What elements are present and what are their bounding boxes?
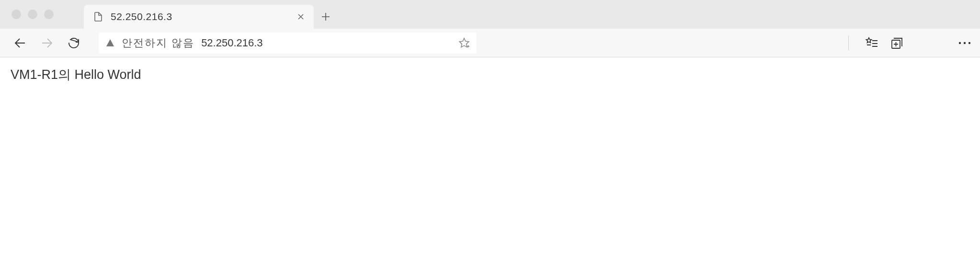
toolbar-divider (848, 36, 849, 50)
toolbar-right (848, 36, 971, 50)
forward-button[interactable] (35, 32, 58, 55)
minimize-window-button[interactable] (28, 10, 37, 19)
settings-menu-button[interactable] (958, 41, 971, 45)
svg-point-2 (964, 42, 966, 44)
collections-button[interactable] (890, 36, 903, 50)
refresh-button[interactable] (62, 32, 85, 55)
favorite-button[interactable] (458, 37, 470, 49)
titlebar: 52.250.216.3 (0, 0, 980, 29)
page-content: VM1-R1의 Hello World (0, 57, 980, 92)
maximize-window-button[interactable] (44, 10, 54, 19)
browser-tab[interactable]: 52.250.216.3 (84, 5, 314, 29)
favorites-list-button[interactable] (865, 36, 878, 50)
svg-point-3 (969, 42, 970, 44)
url-text: 52.250.216.3 (201, 37, 451, 49)
back-button[interactable] (9, 32, 32, 55)
toolbar: 안전하지 않음 52.250.216.3 (0, 29, 980, 57)
svg-point-1 (959, 42, 961, 44)
tab-title: 52.250.216.3 (111, 11, 296, 22)
not-secure-icon (105, 38, 115, 48)
close-tab-button[interactable] (296, 12, 305, 21)
address-bar[interactable]: 안전하지 않음 52.250.216.3 (99, 33, 477, 54)
page-body-text: VM1-R1의 Hello World (11, 67, 141, 82)
new-tab-button[interactable] (314, 5, 338, 29)
page-icon (92, 11, 104, 22)
security-label: 안전하지 않음 (122, 36, 194, 50)
window-controls (11, 10, 54, 19)
close-window-button[interactable] (11, 10, 21, 19)
